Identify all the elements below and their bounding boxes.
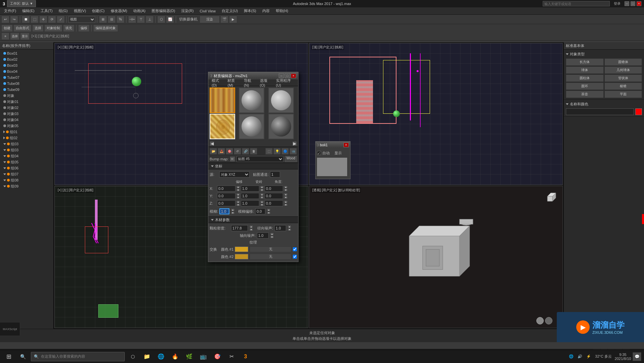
z-angle-down[interactable]: ▼	[284, 203, 288, 206]
color1-swatch[interactable]	[235, 247, 248, 252]
radial-down[interactable]: ▼	[287, 228, 291, 231]
render-active-btn[interactable]: ▶	[229, 16, 237, 23]
tree-item-obj01[interactable]: 对象01	[1, 99, 53, 105]
maximize-btn[interactable]: □	[631, 1, 635, 6]
object-name-input[interactable]	[566, 108, 634, 115]
tree-item-grp04[interactable]: 组04	[1, 153, 53, 159]
mat-slot-6[interactable]	[268, 114, 294, 139]
x-angle-input[interactable]	[265, 186, 283, 192]
axial-down[interactable]: ▼	[270, 236, 274, 239]
mat-slot-4[interactable]	[210, 114, 235, 139]
menu-script[interactable]: 脚本(S)	[241, 8, 259, 14]
tree-item-obj04[interactable]: 对象04	[1, 117, 53, 123]
ref-coord-select[interactable]: 视图	[68, 16, 95, 23]
move-btn[interactable]: ✛	[39, 16, 47, 23]
3dsmax-tb-btn[interactable]: 3	[239, 351, 252, 362]
freeform-tab[interactable]: 自由形式	[13, 24, 32, 32]
menu-modifier[interactable]: 修改器(M)	[108, 8, 130, 14]
obj-type-sphere[interactable]: 球体	[566, 66, 604, 74]
x-offset-down[interactable]: ▼	[236, 189, 240, 192]
render-frame-btn[interactable]: 🎬	[220, 16, 228, 23]
login-btn[interactable]: 登录	[611, 1, 623, 6]
bump-edit-btn[interactable]: ✏	[230, 156, 235, 162]
mat-slot-1[interactable]	[210, 88, 235, 113]
obj-type-pyramid[interactable]: 棱锥	[604, 83, 642, 90]
mat-slot-3[interactable]	[268, 88, 294, 113]
color2-swatch[interactable]	[235, 254, 248, 259]
menu-file[interactable]: 文件(F)	[1, 8, 19, 14]
y-angle-up[interactable]: ▲	[284, 193, 288, 196]
obj-type-box[interactable]: 长方体	[566, 58, 604, 66]
undo-btn[interactable]: ↩	[1, 16, 9, 23]
z-angle-input[interactable]	[265, 200, 283, 206]
scene-explorer-btn[interactable]: ≡	[1, 33, 9, 40]
boli1-titlebar[interactable]: 3 boli1 ✕	[316, 142, 350, 148]
color2-check[interactable]	[293, 255, 297, 259]
mat-menu-options[interactable]: 选项(O)	[258, 78, 274, 88]
render-setup-btn[interactable]: 渲染	[200, 16, 220, 23]
menu-tools[interactable]: 工具(T)	[38, 8, 55, 14]
x-angle-down[interactable]: ▼	[284, 189, 288, 192]
video-btn[interactable]: 📹	[289, 148, 297, 155]
snap-btn[interactable]: ⊞	[99, 16, 107, 23]
object-type-header[interactable]: 对象类型	[566, 51, 642, 57]
z-offset-input[interactable]	[217, 200, 235, 206]
maxscript-btn[interactable]: MAXScript	[0, 322, 20, 335]
menu-content[interactable]: 内容	[260, 8, 272, 14]
select-region-btn[interactable]: ⬚	[31, 16, 39, 23]
make-unique-btn[interactable]: 🔗	[242, 148, 249, 155]
bump-slot-select[interactable]: 贴图 #5	[236, 156, 283, 162]
display-btn2[interactable]: 显示	[20, 33, 30, 40]
sample-type-btn[interactable]: 🔵	[281, 148, 289, 155]
tree-item-tube08[interactable]: Tube08	[1, 81, 53, 87]
x-tiling-down[interactable]: ▼	[260, 189, 264, 192]
grain-down[interactable]: ▼	[249, 228, 253, 231]
dialog-max-btn[interactable]: □	[285, 73, 290, 78]
menu-help[interactable]: 帮助(H)	[273, 8, 291, 14]
minimize-btn[interactable]: ─	[625, 1, 629, 6]
z-angle-up[interactable]: ▲	[284, 200, 288, 203]
delete-btn[interactable]: 🗑	[250, 148, 257, 155]
menu-custom[interactable]: 自定义(U)	[219, 8, 240, 14]
close-btn[interactable]: ✕	[637, 1, 641, 6]
percent-snap-btn[interactable]: %	[116, 16, 124, 23]
tray-battery[interactable]: ⚡	[585, 354, 592, 359]
y-offset-down[interactable]: ▼	[236, 196, 240, 199]
tree-item-grp02[interactable]: 组02	[1, 135, 53, 141]
boli1-close-btn[interactable]: ✕	[343, 143, 349, 147]
curve-editor-btn[interactable]: 📈	[166, 16, 174, 23]
taskbar-search[interactable]: 🔍 在这里输入你要搜索的内容	[31, 352, 125, 361]
mat-menu-utils[interactable]: 实用程序(U)	[274, 78, 297, 88]
mirror-input[interactable]	[219, 208, 229, 214]
tree-item-grp05[interactable]: 组05	[1, 159, 53, 165]
y-offset-input[interactable]	[217, 193, 235, 199]
tree-item-box01[interactable]: Box01	[1, 50, 53, 56]
scroll-left-btn[interactable]: ◀	[210, 141, 214, 146]
align-btn[interactable]: ⊤	[137, 16, 145, 23]
mat-menu-material[interactable]: 材质(M)	[225, 78, 242, 88]
tree-item-box02[interactable]: Box02	[1, 56, 53, 62]
mirror-btn[interactable]: ⊣⊢	[128, 16, 136, 23]
tree-item-grp06[interactable]: 组06	[1, 165, 53, 171]
boli1-auto-check[interactable]: ✓	[317, 151, 321, 155]
x-offset-input[interactable]	[217, 186, 235, 192]
display-btn[interactable]: 选择	[10, 33, 19, 40]
mirror-down[interactable]: ▼	[231, 211, 235, 214]
color1-check[interactable]	[293, 247, 297, 251]
radial-input[interactable]	[274, 225, 286, 231]
mat-slot-2[interactable]	[239, 88, 264, 113]
menu-create[interactable]: 创建(C)	[89, 8, 107, 14]
task-view-btn[interactable]: ⬡	[127, 351, 139, 362]
tree-item-grp09[interactable]: 组09	[1, 183, 53, 189]
axial-up[interactable]: ▲	[270, 232, 274, 236]
blur-up[interactable]: ▲	[267, 208, 271, 211]
grain-up[interactable]: ▲	[249, 225, 253, 228]
tree-item-grp03a[interactable]: 组03	[1, 141, 53, 147]
y-offset-up[interactable]: ▲	[236, 193, 240, 196]
color2-map-btn[interactable]: 无	[250, 254, 291, 260]
layer-btn[interactable]: ⬡	[157, 16, 165, 23]
menu-group[interactable]: 组(G)	[56, 8, 70, 14]
y-tiling-input[interactable]	[241, 193, 259, 199]
mat-menu-mode[interactable]: 模式(D)	[210, 78, 225, 88]
assign-mat-btn[interactable]: 🎯	[226, 148, 233, 155]
